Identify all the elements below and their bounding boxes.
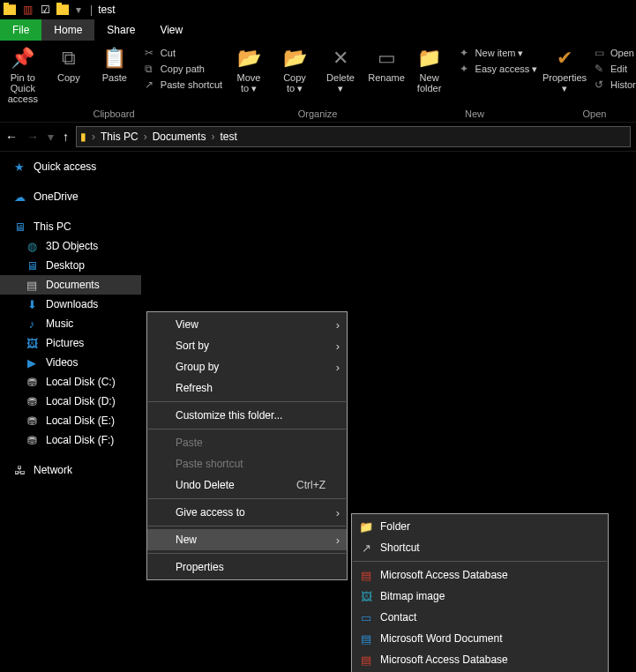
pin-icon: 📌 <box>11 46 35 71</box>
desktop-icon: 🖥 <box>25 258 39 273</box>
copy-to-button[interactable]: 📂Copy to ▾ <box>273 44 316 93</box>
move-to-button[interactable]: 📂Move to ▾ <box>228 44 270 93</box>
menu-file[interactable]: File <box>0 19 41 41</box>
paste-shortcut-icon: ↗ <box>143 78 155 91</box>
sidebar-network[interactable]: 🖧Network <box>0 460 141 480</box>
sidebar-item-pictures[interactable]: 🖼Pictures <box>0 333 141 353</box>
menu-item-properties[interactable]: Properties <box>147 556 347 578</box>
cut-button[interactable]: ✂Cut <box>139 46 226 60</box>
easy-access-icon: ✦ <box>458 63 470 75</box>
menu-item-giveaccess[interactable]: Give access to› <box>147 502 347 523</box>
menu-item-access[interactable]: ▤Microsoft Access Database <box>352 564 608 586</box>
properties-button[interactable]: ✔Properties ▾ <box>543 44 586 93</box>
sidebar-thispc[interactable]: 🖥This PC <box>0 217 141 236</box>
paste-shortcut-button[interactable]: ↗Paste shortcut <box>139 78 226 92</box>
sidebar-item-disk-d[interactable]: ⛃Local Disk (D:) <box>0 392 141 411</box>
shortcut-icon: ↗ <box>359 541 373 555</box>
sidebar-item-disk-f[interactable]: ⛃Local Disk (F:) <box>0 430 141 450</box>
delete-icon: ✕ <box>328 46 353 71</box>
qat-dropdown-icon[interactable]: ▾ <box>76 4 81 16</box>
menu-share[interactable]: Share <box>94 19 147 41</box>
open-button[interactable]: ▭Open ▾ <box>589 46 636 60</box>
menu-item-label: Customize this folder... <box>176 409 282 422</box>
chevron-right-icon: › <box>336 318 340 332</box>
menu-item-customize[interactable]: Customize this folder... <box>147 405 347 426</box>
menu-item-label: Sort by <box>176 340 209 352</box>
menu-item-view[interactable]: View› <box>147 314 347 335</box>
paste-button[interactable]: 📋Paste <box>94 44 136 83</box>
menu-item-word[interactable]: ▤Microsoft Word Document <box>352 628 608 649</box>
menu-item-label: Paste shortcut <box>176 458 243 470</box>
sidebar-quick-access[interactable]: ★Quick access <box>0 157 141 176</box>
menu-item-access2[interactable]: ▤Microsoft Access Database <box>352 649 608 670</box>
sidebar-item-desktop[interactable]: 🖥Desktop <box>0 256 141 275</box>
sidebar-item-3dobjects[interactable]: ◍3D Objects <box>0 236 141 256</box>
sidebar-item-disk-e[interactable]: ⛃Local Disk (E:) <box>0 411 141 430</box>
pin-quick-access-button[interactable]: 📌Pin to Quick access <box>2 44 44 104</box>
rename-icon: ▭ <box>374 46 399 71</box>
new-folder-button[interactable]: 📁New folder <box>408 44 451 93</box>
menu-item-contact[interactable]: ▭Contact <box>352 607 608 628</box>
menu-item-folder[interactable]: 📁Folder <box>352 516 608 537</box>
chevron-right-icon: › <box>144 131 147 143</box>
menu-item-refresh[interactable]: Refresh <box>147 377 347 399</box>
rename-button[interactable]: ▭Rename <box>365 44 408 83</box>
menu-item-label: Properties <box>176 561 224 573</box>
copy-button[interactable]: ⧉Copy <box>48 44 90 83</box>
menu-item-label: Shortcut <box>380 541 420 554</box>
easy-access-button[interactable]: ✦Easy access ▾ <box>454 62 542 76</box>
menu-item-bitmap[interactable]: 🖼Bitmap image <box>352 586 608 607</box>
open-icon: ▭ <box>593 47 605 59</box>
sidebar-item-downloads[interactable]: ⬇Downloads <box>0 295 141 314</box>
up-button[interactable]: ↑ <box>63 130 69 144</box>
recent-dropdown-icon[interactable]: ▾ <box>48 130 54 144</box>
menu-view[interactable]: View <box>147 19 195 41</box>
crumb-thispc[interactable]: This PC <box>101 131 138 143</box>
qat-undo-icon[interactable]: ☑ <box>37 2 53 18</box>
crumb-test[interactable]: test <box>220 131 236 143</box>
ribbon-group-open: ✔Properties ▾ ▭Open ▾ ✎Edit ↺History Ope… <box>540 44 636 122</box>
star-icon: ★ <box>12 160 26 174</box>
titlebar: ▥ ☑ ▾ | test <box>0 0 636 19</box>
sidebar-item-disk-c[interactable]: ⛃Local Disk (C:) <box>0 372 141 392</box>
context-menu: View›Sort by›Group by›RefreshCustomize t… <box>146 311 348 580</box>
sidebar-item-documents[interactable]: ▤Documents <box>0 275 141 295</box>
menu-item-shortcut[interactable]: ↗Shortcut <box>352 537 608 558</box>
menu-item-label: Bitmap image <box>380 590 445 602</box>
menu-separator <box>148 526 346 526</box>
menu-home[interactable]: Home <box>41 19 94 41</box>
sidebar-onedrive[interactable]: ☁OneDrive <box>0 187 141 206</box>
menu-item-sortby[interactable]: Sort by› <box>147 335 347 356</box>
copy-icon: ⧉ <box>56 46 81 71</box>
delete-button[interactable]: ✕Delete ▾ <box>319 44 362 93</box>
ribbon: 📌Pin to Quick access ⧉Copy 📋Paste ✂Cut ⧉… <box>0 41 636 122</box>
group-label: Open <box>543 108 636 119</box>
chevron-right-icon: › <box>336 361 340 374</box>
forward-button[interactable]: → <box>26 130 39 144</box>
crumb-documents[interactable]: Documents <box>153 131 206 143</box>
new-item-button[interactable]: ✦New item ▾ <box>454 46 542 60</box>
menu-separator <box>148 401 346 402</box>
menu-item-groupby[interactable]: Group by› <box>147 356 347 377</box>
breadcrumb[interactable]: ▮ › This PC › Documents › test <box>76 126 631 147</box>
back-button[interactable]: ← <box>5 130 18 144</box>
menu-shortcut: Ctrl+Z <box>296 479 325 491</box>
edit-button[interactable]: ✎Edit <box>589 62 636 76</box>
menu-item-new[interactable]: New› <box>147 529 347 550</box>
disk-icon: ⛃ <box>25 375 39 389</box>
ribbon-group-organize: 📂Move to ▾ 📂Copy to ▾ ✕Delete ▾ ▭Rename … <box>226 44 409 122</box>
history-button[interactable]: ↺History <box>589 78 636 92</box>
menu-separator <box>148 498 346 499</box>
menu-item-label: Undo Delete <box>176 479 235 491</box>
chevron-right-icon: › <box>336 534 340 547</box>
folder-icon: 📁 <box>359 519 373 534</box>
sidebar-item-music[interactable]: ♪Music <box>0 314 141 333</box>
qat-save-icon[interactable]: ▥ <box>19 2 35 18</box>
cube-icon: ◍ <box>25 239 39 253</box>
menu-item-undo[interactable]: Undo DeleteCtrl+Z <box>147 474 347 496</box>
copy-to-icon: 📂 <box>282 46 307 71</box>
access-icon: ▤ <box>359 568 373 582</box>
move-icon: 📂 <box>236 46 261 71</box>
copy-path-button[interactable]: ⧉Copy path <box>139 62 226 76</box>
sidebar-item-videos[interactable]: ▶Videos <box>0 353 141 372</box>
